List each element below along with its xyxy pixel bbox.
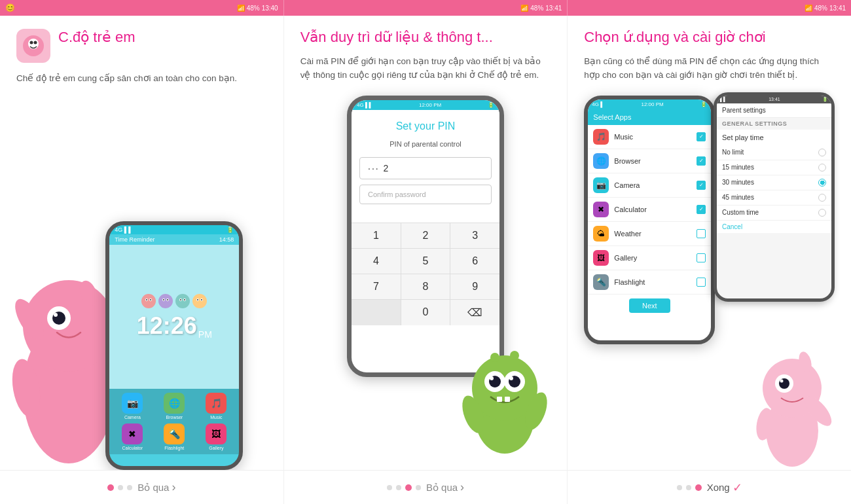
gallery-checkbox[interactable] xyxy=(697,253,706,262)
key-8[interactable]: 8 xyxy=(401,274,450,299)
bottom-bar: Bỏ qua › Bỏ qua › Xong ✓ xyxy=(0,470,851,504)
panel-2-header: Vẫn duy trì dữ liệu & thông t... xyxy=(300,29,551,46)
gallery-list-icon: 🖼 xyxy=(593,250,609,266)
custom-radio[interactable] xyxy=(818,209,826,217)
phone-2-time: 12:00 PM xyxy=(419,102,441,108)
30min-radio[interactable] xyxy=(818,179,826,187)
svg-point-8 xyxy=(54,313,58,317)
custom-label: Custom time xyxy=(722,209,818,216)
list-item-weather: 🌤 Weather xyxy=(588,222,711,246)
music-app-icon: 🎵 xyxy=(206,393,226,414)
app-calculator: ✖ Calculator xyxy=(113,423,151,450)
gallery-app-icon: 🖼 xyxy=(206,423,226,444)
bottom-segment-1: Bỏ qua › xyxy=(0,471,284,504)
key-backspace[interactable]: ⌫ xyxy=(450,300,499,325)
arrow-icon-2: › xyxy=(460,480,464,494)
key-0[interactable]: 0 xyxy=(401,300,450,325)
svg-point-15 xyxy=(146,299,147,300)
dots-1 xyxy=(107,484,132,491)
key-4[interactable]: 4 xyxy=(352,249,401,274)
dots-3 xyxy=(677,484,702,491)
key-1[interactable]: 1 xyxy=(352,223,401,248)
key-3[interactable]: 3 xyxy=(450,223,499,248)
dot-2-1 xyxy=(387,485,392,490)
status-bar-row: 😊 📶 48% 13:40 📶 48% 13:41 📶 48% 13:41 xyxy=(0,0,851,16)
svg-point-18 xyxy=(158,294,173,308)
camera-checkbox[interactable] xyxy=(697,181,706,190)
dot-2-4 xyxy=(416,485,421,490)
phone-2-content: Set your PIN PIN of parental control ···… xyxy=(352,110,499,223)
music-list-icon: 🎵 xyxy=(593,129,609,145)
radio-custom[interactable]: Custom time xyxy=(717,206,831,221)
dot-1-2 xyxy=(118,485,123,490)
phone-1-clock: 14:58 xyxy=(219,236,234,243)
radio-15min[interactable]: 15 minutes xyxy=(717,160,831,175)
panel-1-header: C.độ trẻ em xyxy=(16,29,267,63)
set-play-time-label: Set play time xyxy=(717,130,831,145)
phone-1-battery: 🔋 xyxy=(226,226,234,233)
svg-point-1 xyxy=(28,39,39,49)
key-5[interactable]: 5 xyxy=(401,249,450,274)
no-limit-radio[interactable] xyxy=(818,149,826,156)
next-button[interactable]: Next xyxy=(629,298,670,313)
camera-list-icon: 📷 xyxy=(593,177,609,193)
phone-mockup-1: 4G ▌▌ 🔋 Time Reminder 14:58 xyxy=(105,221,243,470)
browser-list-icon: 🌐 xyxy=(593,153,609,169)
time-2: 13:41 xyxy=(545,5,562,12)
radio-no-limit[interactable]: No limit xyxy=(717,145,831,160)
skip-button-1[interactable]: Bỏ qua › xyxy=(137,480,175,494)
45min-radio[interactable] xyxy=(818,194,826,202)
battery-icon: 48% xyxy=(247,5,260,12)
key-9[interactable]: 9 xyxy=(450,274,499,299)
camera-app-icon: 📷 xyxy=(122,393,143,414)
phone-3-statusbar: 4G ▌ 12:00 PM 🔋 xyxy=(588,99,711,109)
phone-apps-grid: 📷 Camera 🌐 Browser 🎵 Music ✖ Calculator xyxy=(109,389,239,454)
weather-checkbox[interactable] xyxy=(697,229,706,238)
list-item-music: 🎵 Music xyxy=(588,125,711,149)
radio-45min[interactable]: 45 minutes xyxy=(717,190,831,206)
camera-list-name: Camera xyxy=(614,181,697,189)
svg-point-2 xyxy=(30,41,33,45)
cancel-button[interactable]: Cancel xyxy=(717,221,831,233)
pin-confirm[interactable]: Confirm password xyxy=(359,185,492,204)
calc-checkbox[interactable] xyxy=(697,205,706,214)
key-2[interactable]: 2 xyxy=(401,223,450,248)
browser-label: Browser xyxy=(166,415,183,420)
skip-button-2[interactable]: Bỏ qua › xyxy=(426,480,464,494)
svg-rect-42 xyxy=(505,397,510,402)
phone-1-body: 12:26 PM xyxy=(109,245,239,389)
phone-2-signal: 4G ▌▌ xyxy=(357,102,372,108)
flashlight-list-icon: 🔦 xyxy=(593,274,609,290)
svg-point-46 xyxy=(510,351,519,360)
music-checkbox[interactable] xyxy=(697,132,706,141)
calc-list-name: Calculator xyxy=(614,206,697,213)
phone-time: 12:26 xyxy=(137,312,197,340)
15min-radio[interactable] xyxy=(818,164,826,171)
panel-1-desc: Chế độ trẻ em cung cấp sân chơi an toàn … xyxy=(16,72,267,86)
skip-label-2: Bỏ qua xyxy=(426,482,458,494)
done-button[interactable]: Xong ✓ xyxy=(707,480,742,495)
svg-point-40 xyxy=(509,376,513,380)
key-7[interactable]: 7 xyxy=(352,274,401,299)
list-item-browser: 🌐 Browser xyxy=(588,149,711,173)
panel-1-phone-container: 4G ▌▌ 🔋 Time Reminder 14:58 xyxy=(16,92,267,470)
dots-2 xyxy=(387,484,421,491)
panel-2-title: Vẫn duy trì dữ liệu & thông t... xyxy=(300,29,493,46)
flashlight-checkbox[interactable] xyxy=(697,278,706,287)
time-reminder-label: Time Reminder xyxy=(115,236,154,243)
calc-app-icon: ✖ xyxy=(122,423,143,444)
panel-1-title: C.độ trẻ em xyxy=(58,29,135,46)
browser-list-name: Browser xyxy=(614,157,697,165)
key-6[interactable]: 6 xyxy=(450,249,499,274)
set-batt: 🔋 xyxy=(822,97,828,102)
panel-3-desc: Bạn cũng có thể dùng mã PIN để chọn các … xyxy=(584,55,835,82)
time-3: 13:41 xyxy=(829,5,846,12)
browser-checkbox[interactable] xyxy=(697,156,706,166)
skip-label-1: Bỏ qua xyxy=(137,482,169,494)
panel-2-phone-wrapper: 4G ▌▌ 12:00 PM 🔋 Set your PIN PIN of par… xyxy=(300,89,551,470)
radio-30min[interactable]: 30 minutes xyxy=(717,175,831,190)
set-time: 13:41 xyxy=(769,97,780,102)
pin-input[interactable]: ··· 2 xyxy=(359,157,492,179)
wifi-icon-2: 📶 xyxy=(520,5,528,12)
checkmark-icon: ✓ xyxy=(733,480,742,495)
